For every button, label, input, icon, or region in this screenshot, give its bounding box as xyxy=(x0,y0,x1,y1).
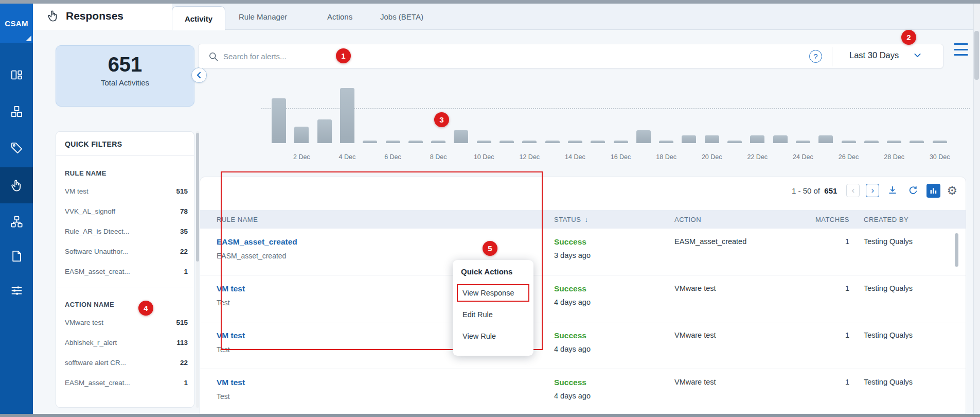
sidebar-item-responses[interactable] xyxy=(0,167,33,203)
chart-bar[interactable] xyxy=(340,88,354,143)
tag-icon xyxy=(10,141,24,155)
table-row[interactable]: EASM_asset_created EASM_asset_created Su… xyxy=(200,229,966,275)
column-header-matches[interactable]: MATCHES xyxy=(802,216,849,223)
filter-item[interactable]: VMware test 515 xyxy=(65,312,188,333)
csam-logo[interactable]: CSAM xyxy=(0,4,33,43)
chart-bar[interactable] xyxy=(294,127,309,143)
chart-bar[interactable] xyxy=(910,141,924,143)
table-row[interactable]: VM test Test Success 4 days ago VMware t… xyxy=(200,275,966,322)
status-badge: Success xyxy=(554,237,674,247)
menu-item[interactable]: View Response xyxy=(457,284,529,302)
rule-name-link[interactable]: EASM_asset_created xyxy=(200,237,554,247)
sidebar-item-network[interactable] xyxy=(0,204,33,238)
collapse-panel-button[interactable] xyxy=(191,67,207,83)
filter-item[interactable]: EASM_asset_creat... 1 xyxy=(65,262,188,282)
menu-hamburger-button[interactable] xyxy=(954,43,968,56)
chart-bar[interactable] xyxy=(545,141,560,143)
tab-activity[interactable]: Activity xyxy=(172,6,225,30)
quick-actions-menu-items: View ResponseEdit RuleView Rule xyxy=(453,284,533,345)
column-header-created-by[interactable]: CREATED BY xyxy=(864,216,966,223)
filter-item-label: Rule_AR_is Dteect... xyxy=(65,228,129,235)
tab-rule-manager[interactable]: Rule Manager xyxy=(239,12,287,21)
sidebar-collapse-corner[interactable] xyxy=(26,36,31,41)
chart-bar[interactable] xyxy=(454,130,468,144)
action-name: EASM_asset_created xyxy=(674,237,802,275)
menu-item[interactable]: Edit Rule xyxy=(457,306,529,323)
filter-item[interactable]: VVK_AL_signoff 78 xyxy=(65,201,188,221)
pagination-total: 651 xyxy=(824,186,837,195)
table-rows: EASM_asset_created EASM_asset_created Su… xyxy=(200,229,966,416)
chart-bar[interactable] xyxy=(568,141,582,143)
window-scrollbar-thumb[interactable] xyxy=(974,31,979,80)
chart-bar[interactable] xyxy=(431,141,446,143)
rule-name-link[interactable]: VM test xyxy=(200,378,554,387)
filter-item[interactable]: Abhishek_r_alert 113 xyxy=(65,333,188,353)
action-name: VMware test xyxy=(674,331,802,369)
matches-count: 1 xyxy=(802,378,849,415)
filter-item[interactable]: Rule_AR_is Dteect... 35 xyxy=(65,221,188,241)
chart-bar[interactable] xyxy=(591,141,605,143)
total-activities-value: 651 xyxy=(56,53,194,76)
table-row[interactable]: VM test Test Success 4 days ago VMware t… xyxy=(200,322,966,369)
filter-item-count: 78 xyxy=(180,207,188,215)
date-range-value: Last 30 Days xyxy=(849,50,899,60)
refresh-button[interactable] xyxy=(906,183,920,198)
tab-actions[interactable]: Actions xyxy=(327,12,352,21)
chart-bar[interactable] xyxy=(682,135,696,143)
column-header-status[interactable]: STATUS↓ xyxy=(554,215,674,223)
chart-bar[interactable] xyxy=(500,141,514,143)
chart-bar[interactable] xyxy=(659,141,673,143)
date-range-dropdown[interactable]: Last 30 Days xyxy=(849,50,922,60)
alert-search-bar: ? Last 30 Days xyxy=(198,44,943,68)
download-button[interactable] xyxy=(885,183,900,198)
network-hierarchy-icon xyxy=(10,215,24,229)
chart-bar[interactable] xyxy=(933,141,947,143)
table-scrollbar-thumb[interactable] xyxy=(955,233,958,267)
sidebar-item-reports[interactable] xyxy=(0,239,33,273)
search-input[interactable] xyxy=(223,45,789,67)
chart-bar[interactable] xyxy=(750,135,764,143)
filter-item-count: 515 xyxy=(176,319,188,326)
chart-view-toggle-button[interactable] xyxy=(926,184,940,198)
chart-bar[interactable] xyxy=(614,141,628,143)
filter-item[interactable]: sofftware alert CR... 22 xyxy=(65,353,188,373)
filters-scrollbar-thumb[interactable] xyxy=(196,133,199,262)
tab-jobs-beta[interactable]: Jobs (BETA) xyxy=(380,12,423,21)
table-row[interactable]: VM test Test Success 4 days ago VMware t… xyxy=(200,369,966,416)
chart-bar[interactable] xyxy=(363,141,377,143)
chart-bar[interactable] xyxy=(272,98,286,143)
filter-item-label: Software Unauthor... xyxy=(65,248,128,255)
chart-bar[interactable] xyxy=(842,141,856,143)
annotation-badge-5: 5 xyxy=(483,241,497,256)
sidebar-item-tags[interactable] xyxy=(0,131,33,165)
chart-bar[interactable] xyxy=(636,130,651,144)
chart-bar[interactable] xyxy=(477,141,491,143)
action-name: VMware test xyxy=(674,378,802,415)
chart-bar[interactable] xyxy=(727,141,742,143)
table-settings-gear-icon[interactable]: ⚙ xyxy=(947,185,957,197)
menu-item[interactable]: View Rule xyxy=(457,327,529,345)
column-header-rule-name[interactable]: RULE NAME xyxy=(200,216,554,223)
filter-item[interactable]: VM test 515 xyxy=(65,181,188,201)
chart-bar[interactable] xyxy=(864,141,879,143)
chart-bar[interactable] xyxy=(522,141,537,143)
chart-bar[interactable] xyxy=(705,135,719,143)
chart-bar[interactable] xyxy=(408,141,423,143)
chart-bar[interactable] xyxy=(386,141,400,143)
sidebar-item-configuration[interactable] xyxy=(0,273,33,307)
quick-actions-menu: Quick Actions View ResponseEdit RuleView… xyxy=(453,260,533,356)
matches-count: 1 xyxy=(802,284,849,322)
chart-bar[interactable] xyxy=(818,135,833,143)
sidebar-item-dashboard[interactable] xyxy=(0,58,33,92)
sidebar-item-inventory[interactable] xyxy=(0,94,33,128)
chart-bar[interactable] xyxy=(773,135,788,143)
chart-bar[interactable] xyxy=(317,119,332,143)
search-help-icon[interactable]: ? xyxy=(809,50,822,63)
chart-bar[interactable] xyxy=(887,141,901,143)
filter-item[interactable]: Software Unauthor... 22 xyxy=(65,241,188,262)
chart-bar[interactable] xyxy=(796,141,810,143)
column-header-action[interactable]: ACTION xyxy=(674,216,802,223)
prev-page-button[interactable]: ‹ xyxy=(846,184,860,197)
next-page-button[interactable]: › xyxy=(866,184,879,197)
filter-item[interactable]: EASM_asset_creat... 1 xyxy=(65,373,188,393)
